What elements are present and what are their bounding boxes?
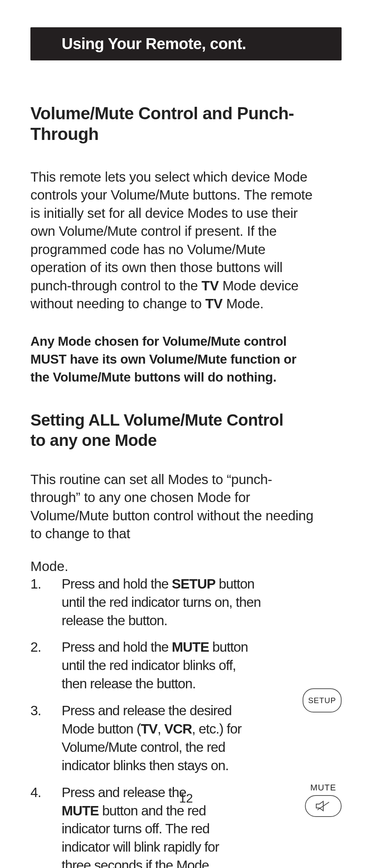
tv-bold: TV xyxy=(205,296,223,311)
heading-volume-mute: Volume/Mute Control and Punch-Through xyxy=(30,103,342,145)
tv-bold: TV xyxy=(141,721,158,736)
paragraph-intro: This remote lets you select which device… xyxy=(30,168,342,313)
step-1: Press and hold the SETUP button until th… xyxy=(30,575,264,630)
paragraph-warning: Any Mode chosen for Volume/Mute control … xyxy=(30,332,342,387)
heading-setting-all: Setting ALL Volume/Mute Control to any o… xyxy=(30,410,342,451)
paragraph-routine: This routine can set all Modes to “punch… xyxy=(30,470,342,543)
section-banner: Using Your Remote, cont. xyxy=(30,27,342,60)
text: Mode. xyxy=(223,296,264,311)
step-3: Press and release the desired Mode butto… xyxy=(30,702,264,775)
text: This remote lets you select which device… xyxy=(30,169,312,293)
tv-bold: TV xyxy=(202,278,219,293)
mode-word: Mode. xyxy=(30,559,342,574)
setup-bold: SETUP xyxy=(172,576,216,591)
setup-button-illustration: SETUP xyxy=(303,688,342,712)
text: , xyxy=(158,721,164,736)
steps-list: Press and hold the SETUP button until th… xyxy=(30,575,342,868)
text: Press and hold the xyxy=(62,639,172,654)
setup-button-icon: SETUP xyxy=(303,688,342,712)
mute-bold: MUTE xyxy=(172,639,209,654)
vcr-bold: VCR xyxy=(164,721,192,736)
step-2: Press and hold the MUTE button until the… xyxy=(30,638,264,693)
setup-label: SETUP xyxy=(308,696,336,705)
page-number: 12 xyxy=(0,791,372,806)
text: Press and hold the xyxy=(62,576,172,591)
